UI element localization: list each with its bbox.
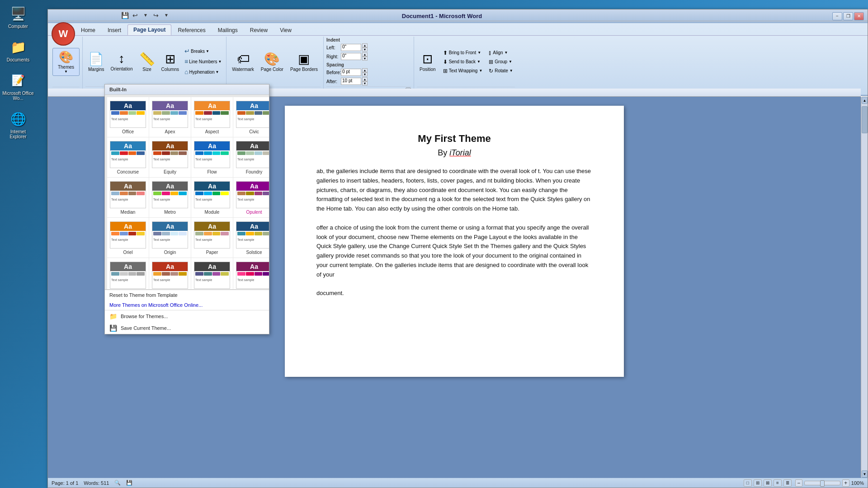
draft-view-button[interactable]: ≣ — [783, 479, 792, 487]
theme-item-solstice[interactable]: AaText sampleSolstice — [233, 218, 269, 258]
theme-item-origin[interactable]: AaText sampleOrigin — [149, 218, 191, 258]
indent-right-up[interactable]: ▲ — [362, 52, 368, 56]
size-button[interactable]: 📏 Size — [137, 50, 158, 74]
reset-theme-button[interactable]: Reset to Theme from Template — [105, 290, 269, 300]
desktop-icon-msoffice[interactable]: 📝 Microsoft Office Wo... — [2, 71, 34, 101]
theme-item-technic[interactable]: AaText sampleTechnic — [107, 258, 149, 289]
theme-item-aspect[interactable]: AaText sampleAspect — [191, 97, 233, 137]
web-view-button[interactable]: ⊠ — [764, 479, 772, 487]
text-wrapping-button[interactable]: ⊞ Text Wrapping ▼ — [441, 67, 485, 75]
vertical-scrollbar[interactable]: ▲ ▼ — [861, 97, 868, 478]
zoom-in-button[interactable]: + — [842, 479, 849, 487]
outline-view-button[interactable]: ≡ — [774, 479, 782, 487]
desktop-icons-panel: 🖥️ Computer 📁 Documents 📝 Microsoft Offi… — [0, 0, 36, 139]
scroll-down-button[interactable]: ▼ — [862, 470, 868, 478]
print-view-button[interactable]: □ — [744, 479, 752, 487]
columns-button[interactable]: ⊞ Columns — [159, 50, 182, 74]
size-label: Size — [142, 67, 151, 72]
desktop-icon-ie[interactable]: 🌐 Internet Explorer — [2, 110, 34, 139]
spacing-before-down[interactable]: ▼ — [362, 72, 368, 76]
indent-right-input[interactable]: 0" — [341, 53, 361, 60]
word-logo: W — [52, 22, 75, 46]
align-button[interactable]: ⫿ Align ▼ — [487, 49, 514, 57]
watermark-button[interactable]: 🏷 Watermark — [229, 50, 257, 74]
save-theme-label: Save Current Theme... — [121, 325, 171, 331]
theme-item-paper[interactable]: AaText samplePaper — [191, 218, 233, 258]
undo-arrow[interactable]: ▼ — [141, 11, 150, 20]
rotate-button[interactable]: ↻ Rotate ▼ — [487, 67, 514, 75]
zoom-slider[interactable] — [804, 481, 840, 485]
full-screen-button[interactable]: ⊞ — [754, 479, 762, 487]
more-themes-button[interactable]: More Themes on Microsoft Office Online..… — [105, 300, 269, 310]
scroll-up-button[interactable]: ▲ — [862, 97, 868, 104]
tab-view[interactable]: View — [274, 25, 297, 35]
margins-button[interactable]: 📄 Margins — [85, 50, 107, 74]
themes-button[interactable]: 🎨 Themes ▼ — [52, 48, 80, 76]
theme-item-oriel[interactable]: AaText sampleOriel — [107, 218, 149, 258]
hyphenation-button[interactable]: ⌂ Hyphenation ▼ — [183, 67, 223, 76]
theme-item-module[interactable]: AaText sampleModule — [191, 178, 233, 217]
theme-item-trek[interactable]: AaText sampleTrek — [149, 258, 191, 289]
theme-item-equity[interactable]: AaText sampleEquity — [149, 137, 191, 177]
qa-dropdown[interactable]: ▼ — [162, 11, 171, 20]
line-numbers-button[interactable]: ≡ Line Numbers ▼ — [183, 57, 223, 66]
theme-item-flow[interactable]: AaText sampleFlow — [191, 137, 233, 177]
zoom-out-button[interactable]: − — [795, 479, 802, 487]
spacing-after-input[interactable]: 10 pt — [341, 78, 361, 85]
theme-name-module: Module — [205, 210, 220, 215]
save-qa-button[interactable]: 💾 — [120, 11, 129, 20]
arrange-small-btns: ⬆ Bring to Front ▼ ⬇ Send to Back ▼ ⊞ — [441, 49, 485, 75]
spacing-before-input[interactable]: 0 pt — [341, 69, 361, 76]
spacing-after-up[interactable]: ▲ — [362, 77, 368, 81]
orientation-button[interactable]: ↕ Orientation — [108, 50, 136, 73]
theme-name-foundry: Foundry — [246, 169, 263, 174]
scroll-thumb[interactable] — [862, 106, 868, 133]
tab-review[interactable]: Review — [244, 25, 274, 35]
page-setup-small-btns: ↵ Breaks ▼ ≡ Line Numbers ▼ ⌂ — [183, 47, 223, 76]
desktop-icon-computer[interactable]: 🖥️ Computer — [2, 5, 34, 29]
indent-left-down[interactable]: ▼ — [362, 47, 368, 52]
undo-qa-button[interactable]: ↩ — [131, 11, 140, 20]
position-label: Position — [420, 67, 436, 72]
theme-name-apex: Apex — [165, 129, 175, 134]
tab-home[interactable]: Home — [75, 25, 101, 35]
save-theme-button[interactable]: 💾 Save Current Theme... — [105, 322, 269, 334]
zoom-thumb[interactable] — [820, 480, 825, 487]
position-button[interactable]: ⊡ Position — [417, 50, 439, 74]
tab-insert[interactable]: Insert — [102, 25, 127, 35]
page-color-button[interactable]: 🎨 Page Color — [258, 50, 286, 74]
desktop-icon-documents[interactable]: 📁 Documents — [2, 38, 34, 62]
theme-item-verve[interactable]: AaText sampleVerve — [233, 258, 269, 289]
group-button[interactable]: ⊞ Group ▼ — [487, 58, 514, 66]
tab-references[interactable]: References — [172, 25, 211, 35]
document-title: My First Theme — [316, 133, 592, 145]
tab-mailings[interactable]: Mailings — [212, 25, 244, 35]
theme-name-opulent: Opulent — [246, 210, 262, 215]
spacing-before-up[interactable]: ▲ — [362, 68, 368, 72]
theme-item-office[interactable]: AaText sampleOffice — [107, 97, 149, 137]
theme-item-urban[interactable]: AaText sampleUrban — [191, 258, 233, 289]
indent-left-label: Left: — [326, 45, 340, 50]
browse-themes-button[interactable]: 📁 Browse for Themes... — [105, 310, 269, 322]
theme-item-apex[interactable]: AaText sampleApex — [149, 97, 191, 137]
send-to-back-button[interactable]: ⬇ Send to Back ▼ — [441, 58, 485, 66]
indent-left-up[interactable]: ▲ — [362, 43, 368, 47]
breaks-button[interactable]: ↵ Breaks ▼ — [183, 47, 223, 56]
theme-item-concourse[interactable]: AaText sampleConcourse — [107, 137, 149, 177]
spacing-after-down[interactable]: ▼ — [362, 81, 368, 85]
indent-right-down[interactable]: ▼ — [362, 56, 368, 61]
tab-page-layout[interactable]: Page Layout — [127, 24, 171, 35]
theme-item-foundry[interactable]: AaText sampleFoundry — [233, 137, 269, 177]
indent-left-input[interactable]: 0" — [341, 44, 361, 51]
document-body: ab, the galleries include items that are… — [316, 167, 592, 298]
theme-item-median[interactable]: AaText sampleMedian — [107, 178, 149, 217]
page-borders-button[interactable]: ▣ Page Borders — [288, 50, 321, 74]
save-status-icon[interactable]: 💾 — [126, 480, 132, 486]
theme-item-civic[interactable]: AaText sampleCivic — [233, 97, 269, 137]
bring-to-front-button[interactable]: ⬆ Bring to Front ▼ — [441, 49, 485, 57]
redo-qa-button[interactable]: ↪ — [151, 11, 160, 20]
theme-item-metro[interactable]: AaText sampleMetro — [149, 178, 191, 217]
theme-item-opulent[interactable]: AaText sampleOpulent — [233, 178, 269, 217]
arrange-small-btns-2: ⫿ Align ▼ ⊞ Group ▼ ↻ Rotate — [487, 49, 514, 75]
spell-check-icon[interactable]: 🔍 — [114, 480, 121, 486]
